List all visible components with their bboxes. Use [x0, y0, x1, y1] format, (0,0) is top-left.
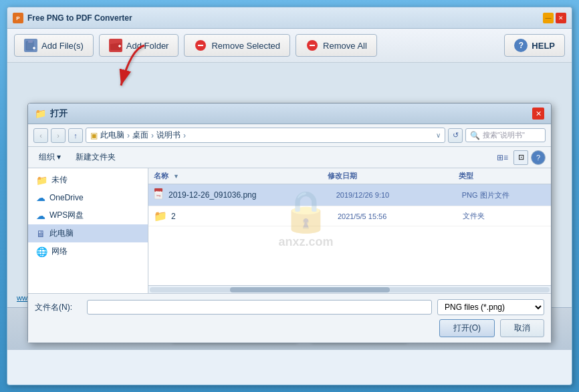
nav-item-network[interactable]: 🌐 网络 — [28, 242, 148, 260]
horizontal-scrollbar[interactable] — [148, 285, 551, 293]
computer-icon: 🖥 — [36, 228, 45, 239]
col-header-type[interactable]: 类型 — [459, 171, 546, 181]
dialog-close-button[interactable]: ✕ — [532, 108, 544, 120]
svg-text:img: img — [156, 194, 160, 197]
organize-button[interactable]: 组织 ▾ — [33, 150, 66, 165]
dialog-title-bar: 📁 打开 ✕ — [28, 104, 551, 124]
sort-arrow-icon: ▼ — [173, 173, 179, 180]
nav-up-button[interactable]: ↑ — [68, 128, 83, 143]
minimize-button[interactable]: — — [543, 13, 554, 23]
file-name: 2019-12-26_091036.png — [168, 190, 336, 200]
toolbar: Add File(s) Add Folder Remove Select — [7, 29, 572, 63]
title-bar-left: P Free PNG to PDF Converter — [13, 13, 132, 23]
dialog-toolbar: 组织 ▾ 新建文件夹 ⊞≡ ⊡ ? — [28, 147, 551, 168]
table-row[interactable]: 📁 2 2021/5/5 15:56 文件夹 — [148, 206, 551, 226]
search-bar: 🔍 搜索"说明书" — [465, 128, 546, 142]
onedrive-icon: ☁ — [36, 192, 45, 203]
help-icon: ? — [514, 39, 528, 52]
add-files-icon — [24, 39, 37, 52]
help-label: HELP — [532, 41, 555, 51]
title-controls: — ✕ — [543, 13, 566, 23]
add-files-button[interactable]: Add File(s) — [14, 34, 94, 57]
nav-item-label: 此电脑 — [49, 228, 74, 239]
breadcrumb-pc: 此电脑 — [100, 130, 124, 141]
folder-icon: 📁 — [36, 175, 47, 186]
nav-item-label: 网络 — [51, 246, 68, 257]
scroll-track — [150, 287, 550, 292]
remove-all-label: Remove All — [323, 41, 367, 51]
breadcrumb-folder: 说明书 — [156, 130, 181, 141]
filename-row: 文件名(N): PNG files (*.png) — [35, 299, 544, 315]
breadcrumb-desktop: 桌面 — [132, 130, 148, 141]
nav-item-this-computer[interactable]: 🖥 此电脑 — [28, 224, 148, 242]
dialog-content: 📁 未传 ☁ OneDrive ☁ WPS网盘 🖥 此电脑 — [28, 168, 551, 293]
organize-label: 组织 ▾ — [39, 152, 61, 163]
add-folder-icon — [109, 39, 122, 52]
right-panel: 名称 ▼ 修改日期 类型 — [148, 168, 551, 285]
col-header-name[interactable]: 名称 ▼ — [154, 171, 328, 181]
view-controls: ⊞≡ ⊡ ? — [497, 150, 546, 165]
file-name: 2 — [171, 212, 338, 221]
nav-item-onedrive[interactable]: ☁ OneDrive — [28, 189, 148, 206]
nav-item-label: OneDrive — [49, 193, 84, 202]
add-files-label: Add File(s) — [41, 41, 84, 51]
app-title: Free PNG to PDF Converter — [27, 13, 132, 23]
file-date: 2021/5/5 15:56 — [338, 212, 463, 220]
filename-label: 文件名(N): — [35, 302, 82, 313]
breadcrumb: ▣ 此电脑 › 桌面 › 说明书 › ∨ — [86, 128, 445, 143]
filename-input[interactable] — [87, 300, 432, 315]
help-dialog-button[interactable]: ? — [531, 150, 546, 165]
close-button[interactable]: ✕ — [556, 13, 566, 23]
view-options-label: ⊞≡ — [497, 153, 508, 162]
add-folder-button[interactable]: Add Folder — [99, 34, 179, 57]
svg-text:P: P — [16, 15, 20, 21]
cancel-button[interactable]: 取消 — [500, 319, 544, 337]
scroll-thumb — [230, 287, 390, 292]
svg-rect-3 — [28, 40, 33, 43]
dialog-folder-icon: 📁 — [35, 108, 46, 119]
file-date: 2019/12/26 9:10 — [336, 191, 462, 199]
help-button[interactable]: ? HELP — [504, 34, 565, 57]
png-file-icon: PNG img — [154, 188, 164, 202]
nav-item-wps[interactable]: ☁ WPS网盘 — [28, 206, 148, 224]
file-type: 文件夹 — [463, 211, 546, 221]
remove-all-icon — [306, 39, 319, 52]
remove-selected-label: Remove Selected — [211, 41, 280, 51]
remove-all-button[interactable]: Remove All — [296, 34, 377, 57]
remove-selected-button[interactable]: Remove Selected — [184, 34, 290, 57]
view-large-button[interactable]: ⊡ — [513, 150, 528, 165]
open-button[interactable]: 打开(O) — [439, 319, 495, 337]
file-list-header: 名称 ▼ 修改日期 类型 — [148, 168, 551, 184]
dialog-title-left: 📁 打开 — [35, 108, 68, 120]
nav-refresh-button[interactable]: ↺ — [448, 128, 463, 143]
remove-selected-icon — [194, 39, 207, 52]
app-window: P Free PNG to PDF Converter — ✕ Add File… — [7, 7, 572, 385]
dialog-title: 打开 — [50, 108, 68, 120]
dialog-nav-bar: ‹ › ↑ ▣ 此电脑 › 桌面 › 说明书 › ∨ ↺ 🔍 搜索" — [28, 124, 551, 147]
nav-item-wuichuan[interactable]: 📁 未传 — [28, 171, 148, 189]
nav-item-label: WPS网盘 — [49, 210, 84, 221]
left-panel: 📁 未传 ☁ OneDrive ☁ WPS网盘 🖥 此电脑 — [28, 168, 148, 293]
new-folder-label: 新建文件夹 — [76, 152, 116, 163]
add-folder-label: Add Folder — [126, 41, 169, 51]
wps-cloud-icon: ☁ — [36, 210, 45, 221]
open-file-dialog: 📁 打开 ✕ ‹ › ↑ ▣ 此电脑 › 桌面 › 说明书 › — [27, 103, 552, 343]
new-folder-button[interactable]: 新建文件夹 — [70, 150, 121, 165]
filetype-select[interactable]: PNG files (*.png) — [437, 299, 544, 315]
table-row[interactable]: PNG img 2019-12-26_091036.png 2019/12/26… — [148, 184, 551, 206]
file-type: PNG 图片文件 — [462, 190, 546, 200]
nav-item-label: 未传 — [51, 174, 68, 186]
app-icon: P — [13, 13, 23, 23]
dialog-action-row: 打开(O) 取消 — [35, 319, 544, 337]
dialog-bottom: 文件名(N): PNG files (*.png) 打开(O) 取消 — [28, 293, 551, 343]
breadcrumb-dropdown-icon: ∨ — [436, 132, 441, 139]
search-placeholder: 搜索"说明书" — [483, 130, 525, 140]
search-icon: 🔍 — [470, 131, 480, 140]
nav-forward-button[interactable]: › — [51, 128, 66, 143]
network-icon: 🌐 — [36, 246, 47, 257]
nav-back-button[interactable]: ‹ — [33, 128, 48, 143]
col-header-date[interactable]: 修改日期 — [328, 171, 458, 181]
folder-file-icon: 📁 — [154, 210, 167, 222]
svg-text:PNG: PNG — [156, 190, 162, 194]
title-bar: P Free PNG to PDF Converter — ✕ — [7, 7, 572, 29]
